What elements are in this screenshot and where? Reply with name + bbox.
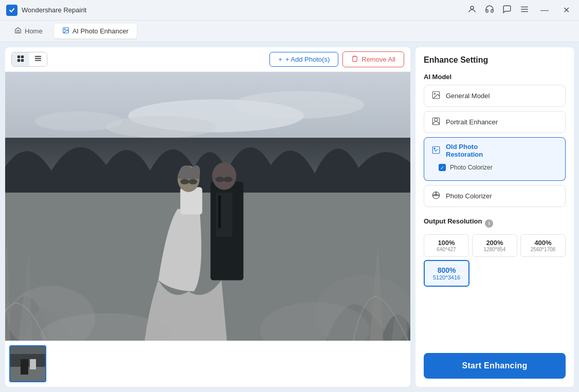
thumbnail-item[interactable] [9, 345, 46, 382]
panel-title: Enhance Setting [424, 55, 566, 65]
colorizer-icon [431, 191, 441, 201]
thumbnail-strip [5, 341, 410, 387]
svg-point-18 [35, 111, 123, 131]
app-icon [6, 5, 17, 16]
headphone-icon[interactable] [485, 5, 494, 16]
res-200-percent: 200% [476, 239, 514, 247]
remove-all-label: Remove All [361, 55, 395, 63]
close-button[interactable]: ✕ [560, 4, 573, 16]
svg-rect-39 [21, 359, 28, 375]
resolution-400[interactable]: 400% 2560*1708 [520, 234, 566, 257]
view-toggles [11, 52, 47, 67]
svg-rect-11 [35, 56, 41, 57]
titlebar-controls: — ✕ [467, 4, 573, 16]
svg-point-46 [434, 147, 435, 148]
tab-ai-photo-enhancer[interactable]: AI Photo Enhancer [54, 24, 137, 39]
svg-point-43 [435, 118, 438, 121]
svg-point-27 [180, 179, 189, 184]
resolution-label: Output Resolution [424, 217, 482, 225]
svg-rect-8 [21, 55, 24, 58]
main-photo [5, 72, 410, 341]
svg-rect-9 [17, 59, 20, 62]
svg-rect-45 [432, 146, 440, 154]
chat-icon[interactable] [502, 5, 512, 16]
left-panel: + + Add Photo(s) Remove All [5, 47, 410, 387]
titlebar: Wondershare Repairit — ✕ [0, 0, 579, 21]
thumbnail-image [10, 346, 45, 381]
general-model-label: General Model [446, 92, 490, 100]
main-content: + + Add Photo(s) Remove All [0, 42, 579, 392]
svg-point-1 [471, 6, 474, 9]
res-100-percent: 100% [427, 239, 465, 247]
titlebar-left: Wondershare Repairit [6, 5, 86, 16]
add-photos-button[interactable]: + + Add Photo(s) [269, 52, 338, 67]
tab-home[interactable]: Home [6, 24, 51, 39]
svg-point-28 [189, 179, 197, 184]
photo-colorizer-checkbox-container[interactable]: ✓ Photo Colorizer [431, 162, 558, 175]
svg-point-22 [212, 162, 237, 190]
ai-photo-tab-label: AI Photo Enhancer [73, 27, 129, 35]
ai-model-label: AI Model [424, 73, 566, 81]
model-general[interactable]: General Model [424, 85, 566, 107]
svg-point-6 [64, 29, 65, 30]
svg-point-30 [215, 177, 224, 182]
ai-model-section: AI Model General Model Portrait Enhancer [424, 73, 566, 211]
ai-photo-icon [62, 27, 69, 35]
photo-colorizer-checkbox-label: Photo Colorizer [450, 164, 493, 171]
resolution-800[interactable]: 800% 5120*3416 [424, 260, 469, 287]
res-200-dims: 1280*854 [476, 247, 514, 252]
home-icon [14, 27, 22, 35]
svg-rect-13 [35, 60, 41, 61]
svg-rect-10 [21, 59, 24, 62]
svg-point-42 [434, 93, 435, 94]
app-title: Wondershare Repairit [22, 6, 86, 14]
info-icon[interactable]: i [485, 219, 493, 228]
add-photos-label: + Add Photo(s) [285, 55, 330, 63]
svg-rect-12 [35, 58, 41, 59]
svg-rect-40 [30, 359, 36, 369]
colorizer-label: Photo Colorizer [446, 192, 492, 200]
svg-rect-7 [17, 55, 20, 58]
user-icon[interactable] [467, 5, 477, 16]
resolution-200[interactable]: 200% 1280*854 [472, 234, 517, 257]
image-display-area [5, 72, 410, 341]
svg-point-17 [232, 91, 364, 118]
trash-icon [351, 55, 358, 64]
menu-icon[interactable] [520, 5, 529, 16]
start-enhancing-button[interactable]: Start Enhancing [424, 353, 566, 379]
svg-point-16 [106, 116, 216, 138]
old-photo-label: Old Photo Restoration [446, 143, 484, 158]
colorizer-checkbox-row[interactable]: ✓ Photo Colorizer [424, 160, 566, 181]
res-800-percent: 800% [433, 266, 460, 274]
resolution-100[interactable]: 100% 640*427 [424, 234, 469, 257]
res-400-dims: 2560*1708 [524, 247, 562, 252]
general-model-icon [431, 90, 441, 101]
portrait-icon [431, 117, 441, 127]
portrait-label: Portrait Enhancer [446, 118, 498, 126]
res-400-percent: 400% [524, 239, 562, 247]
model-portrait[interactable]: Portrait Enhancer [424, 111, 566, 133]
remove-all-button[interactable]: Remove All [342, 51, 404, 67]
right-panel: Enhance Setting AI Model General Model [415, 47, 574, 387]
resolution-section: Output Resolution i 100% 640*427 200% 12… [424, 217, 566, 287]
home-tab-label: Home [25, 27, 43, 35]
toolbar: + + Add Photo(s) Remove All [5, 47, 410, 72]
svg-rect-24 [218, 195, 221, 228]
resolution-label-row: Output Resolution i [424, 217, 566, 229]
resolution-grid: 100% 640*427 200% 1280*854 400% 2560*170… [424, 234, 566, 257]
res-100-dims: 640*427 [427, 247, 465, 252]
nav-tabs: Home AI Photo Enhancer [0, 21, 579, 42]
svg-point-31 [224, 177, 232, 182]
res-800-dims: 5120*3416 [433, 274, 460, 281]
old-photo-icon [431, 145, 441, 156]
grid-view-button[interactable] [12, 52, 29, 66]
model-photo-colorizer[interactable]: Photo Colorizer [424, 185, 566, 207]
minimize-button[interactable]: — [537, 5, 552, 16]
checkbox-icon[interactable]: ✓ [439, 164, 446, 171]
list-view-button[interactable] [29, 52, 47, 66]
add-icon: + [278, 55, 282, 63]
